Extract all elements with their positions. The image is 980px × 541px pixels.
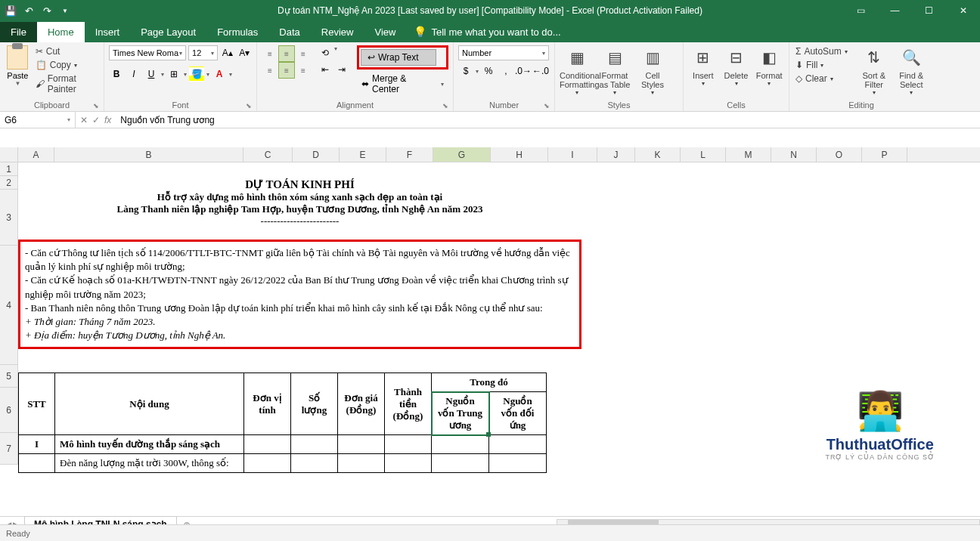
sort-filter-button[interactable]: ⇅Sort & Filter▾ [857, 45, 891, 96]
italic-button[interactable]: I [126, 66, 141, 82]
border-button[interactable]: ⊞ [166, 66, 181, 82]
qat-customize-icon[interactable]: ▼ [59, 5, 71, 17]
minimize-icon[interactable]: — [878, 0, 912, 21]
row-header-7[interactable]: 7 [0, 433, 18, 465]
align-center-button[interactable]: ≡ [278, 62, 295, 79]
insert-cells-button[interactable]: ⊞Insert▾ [688, 45, 718, 87]
tell-me-box[interactable]: 💡Tell me what you want to do... [406, 21, 568, 42]
col-header-p[interactable]: P [862, 147, 907, 162]
col-header-l[interactable]: L [681, 147, 726, 162]
font-size-combo[interactable]: 12▾ [188, 45, 218, 60]
clear-button[interactable]: ◇Clear▾ [794, 73, 854, 85]
row-header-2[interactable]: 2 [0, 176, 18, 190]
bold-button[interactable]: B [109, 66, 124, 82]
comma-button[interactable]: , [498, 63, 513, 79]
col-header-d[interactable]: D [293, 147, 340, 162]
ribbon-options-icon[interactable]: ▭ [844, 0, 878, 21]
fill-color-button[interactable]: 🪣 [189, 66, 204, 82]
save-icon[interactable]: 💾 [5, 5, 17, 17]
fill-button[interactable]: ⬇Fill▾ [794, 59, 854, 71]
formula-input[interactable]: Nguồn vốn Trung ương [116, 115, 980, 125]
tab-view[interactable]: View [364, 22, 406, 42]
font-name-combo[interactable]: Times New Roma▾ [109, 45, 186, 60]
col-header-m[interactable]: M [726, 147, 771, 162]
col-header-a[interactable]: A [18, 147, 54, 162]
undo-icon[interactable]: ↶ [23, 5, 35, 17]
name-box[interactable]: G6▾ [0, 112, 76, 128]
col-header-g[interactable]: G [433, 147, 491, 162]
row-header-6[interactable]: 6 [0, 388, 18, 433]
col-header-o[interactable]: O [817, 147, 862, 162]
paste-button[interactable]: Paste ▼ [5, 45, 31, 87]
cut-button[interactable]: ✂Cut [34, 45, 99, 57]
enter-formula-icon[interactable]: ✓ [92, 115, 100, 125]
align-middle-button[interactable]: ≡ [278, 45, 295, 62]
col-header-b[interactable]: B [54, 147, 243, 162]
decrease-font-icon[interactable]: A▾ [237, 45, 252, 60]
tab-file[interactable]: File [0, 22, 37, 42]
close-icon[interactable]: ✕ [946, 0, 980, 21]
align-bottom-button[interactable]: ≡ [295, 45, 312, 62]
col-header-c[interactable]: C [243, 147, 293, 162]
select-all-corner[interactable] [0, 147, 18, 162]
th-trongdo: Trong đó [432, 373, 547, 392]
maximize-icon[interactable]: ☐ [912, 0, 946, 21]
formula-bar: G6▾ ✕ ✓ fx Nguồn vốn Trung ương [0, 112, 980, 128]
format-icon: ◧ [757, 45, 781, 70]
selected-cell[interactable]: Nguồn vốn Trung ương [432, 392, 489, 435]
font-color-button[interactable]: A [212, 66, 227, 82]
decrease-indent-button[interactable]: ⇤ [318, 62, 333, 77]
alignment-launcher-icon[interactable]: ⬊ [442, 102, 448, 110]
autosum-button[interactable]: ΣAutoSum▾ [794, 45, 854, 57]
increase-indent-button[interactable]: ⇥ [334, 62, 349, 77]
row-header-5[interactable]: 5 [0, 365, 18, 388]
col-header-f[interactable]: F [386, 147, 433, 162]
row-header-1[interactable]: 1 [0, 162, 18, 176]
merge-center-button[interactable]: ⬌Merge & Center▾ [357, 71, 448, 97]
tab-review[interactable]: Review [311, 22, 364, 42]
row-header-3[interactable]: 3 [0, 190, 18, 246]
conditional-formatting-button[interactable]: ▦Conditional Formatting▾ [560, 45, 594, 96]
copy-button[interactable]: 📋Copy▾ [34, 59, 99, 71]
orientation-button[interactable]: ⟲ [318, 45, 333, 60]
col-header-i[interactable]: I [548, 147, 597, 162]
tab-data[interactable]: Data [268, 22, 310, 42]
col-header-k[interactable]: K [635, 147, 681, 162]
format-cells-button[interactable]: ◧Format▾ [754, 45, 784, 87]
col-header-e[interactable]: E [340, 147, 386, 162]
clipboard-launcher-icon[interactable]: ⬊ [93, 102, 99, 110]
col-header-j[interactable]: J [597, 147, 635, 162]
tab-home[interactable]: Home [37, 22, 85, 42]
number-format-combo[interactable]: Number▾ [458, 45, 549, 60]
delete-cells-button[interactable]: ⊟Delete▾ [721, 45, 752, 87]
find-select-button[interactable]: 🔍Find & Select▾ [895, 45, 929, 96]
align-left-button[interactable]: ≡ [262, 62, 278, 79]
copy-icon: 📋 [36, 60, 47, 70]
col-header-h[interactable]: H [491, 147, 548, 162]
number-launcher-icon[interactable]: ⬊ [544, 102, 550, 110]
increase-font-icon[interactable]: A▴ [220, 45, 234, 60]
format-as-table-button[interactable]: ▤Format as Table▾ [597, 45, 632, 96]
align-top-button[interactable]: ≡ [262, 45, 278, 62]
wrap-text-button[interactable]: ↩Wrap Text [361, 49, 436, 66]
tab-page-layout[interactable]: Page Layout [130, 22, 206, 42]
tab-formulas[interactable]: Formulas [206, 22, 268, 42]
font-launcher-icon[interactable]: ⬊ [246, 102, 252, 110]
cell-styles-button[interactable]: ▥Cell Styles▾ [635, 45, 670, 96]
tab-insert[interactable]: Insert [85, 22, 131, 42]
percent-button[interactable]: % [481, 63, 496, 79]
align-right-button[interactable]: ≡ [295, 62, 312, 79]
col-header-n[interactable]: N [771, 147, 817, 162]
cancel-formula-icon[interactable]: ✕ [80, 115, 88, 125]
search-icon: 🔍 [899, 45, 923, 70]
row-header-4[interactable]: 4 [0, 246, 18, 365]
fx-icon[interactable]: fx [104, 115, 111, 125]
redo-icon[interactable]: ↷ [41, 5, 53, 17]
status-text: Ready [6, 529, 30, 538]
paste-icon [7, 45, 28, 70]
decrease-decimal-button[interactable]: ←.0 [533, 63, 548, 79]
format-painter-button[interactable]: 🖌Format Painter [34, 73, 99, 95]
accounting-button[interactable]: $ [458, 63, 473, 79]
underline-button[interactable]: U [144, 66, 159, 82]
increase-decimal-button[interactable]: .0→ [516, 63, 531, 79]
